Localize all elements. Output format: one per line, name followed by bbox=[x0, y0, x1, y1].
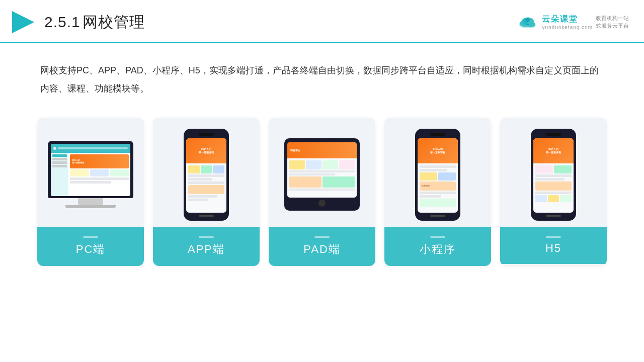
card-app-image: 职达人的第一堂刷课程 bbox=[153, 118, 260, 227]
description-text: 网校支持PC、APP、PAD、小程序、H5，实现多端打通，产品各终端自由切换，数… bbox=[0, 43, 644, 108]
cards-container: 职达人的第一堂刷课程 bbox=[0, 108, 644, 281]
header-left: 2.5.1网校管理 bbox=[10, 9, 145, 35]
pc-mockup: 职达人的第一堂刷课程 bbox=[48, 141, 133, 208]
card-miniprogram-image: 职达人的第一堂刷课程 推荐课程 bbox=[384, 118, 491, 227]
card-pc: 职达人的第一堂刷课程 bbox=[37, 118, 144, 266]
page-title: 2.5.1网校管理 bbox=[44, 12, 145, 33]
card-pc-label: PC端 bbox=[37, 227, 144, 266]
logo-cloud: 云朵课堂 yunduoketang.com 教育机构一站式服务云平台 bbox=[517, 14, 629, 30]
card-pad-label: PAD端 bbox=[269, 227, 375, 266]
logo-text-cn: 云朵课堂 yunduoketang.com bbox=[542, 14, 593, 30]
card-miniprogram: 职达人的第一堂刷课程 推荐课程 bbox=[384, 118, 491, 266]
phone-mockup-mini: 职达人的第一堂刷课程 推荐课程 bbox=[415, 129, 460, 221]
card-h5: 职达人的第一堂刷课程 bbox=[500, 118, 607, 266]
phone-mockup-app: 职达人的第一堂刷课程 bbox=[184, 129, 229, 221]
svg-marker-0 bbox=[12, 11, 34, 33]
logo-area: 云朵课堂 yunduoketang.com 教育机构一站式服务云平台 bbox=[517, 14, 629, 30]
card-h5-label: H5 bbox=[500, 227, 607, 264]
cloud-icon bbox=[517, 14, 539, 30]
page-header: 2.5.1网校管理 云朵课堂 yunduoketang.com 教育机构一 bbox=[0, 0, 644, 43]
card-pc-image: 职达人的第一堂刷课程 bbox=[37, 118, 144, 227]
play-icon bbox=[10, 9, 36, 35]
tablet-mockup: 课程平台 bbox=[284, 138, 360, 211]
phone-mockup-h5: 职达人的第一堂刷课程 bbox=[531, 129, 576, 221]
card-pad: 课程平台 bbox=[269, 118, 375, 266]
logo-tagline: 教育机构一站式服务云平台 bbox=[596, 15, 629, 30]
card-pad-image: 课程平台 bbox=[269, 118, 375, 227]
svg-point-8 bbox=[526, 18, 530, 22]
card-miniprogram-label: 小程序 bbox=[384, 227, 491, 266]
card-app-label: APP端 bbox=[153, 227, 260, 266]
card-h5-image: 职达人的第一堂刷课程 bbox=[500, 118, 607, 227]
card-app: 职达人的第一堂刷课程 bbox=[153, 118, 260, 266]
